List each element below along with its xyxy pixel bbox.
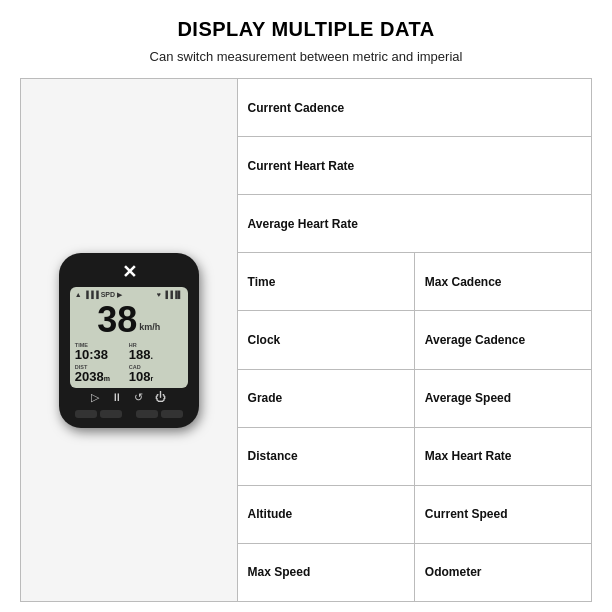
device-buttons xyxy=(67,410,191,418)
table-row: Max Speed Odometer xyxy=(238,544,591,601)
table-row: Average Heart Rate xyxy=(238,195,591,253)
table-row: Current Cadence xyxy=(238,79,591,137)
power-ctrl-icon: ⏻ xyxy=(155,391,166,404)
table-row: Distance Max Heart Rate xyxy=(238,428,591,486)
hr-value: 188. xyxy=(129,348,183,361)
cell-current-cadence: Current Cadence xyxy=(238,79,591,136)
table-row: Grade Average Speed xyxy=(238,370,591,428)
cell-grade: Grade xyxy=(238,370,415,427)
hr-cell: HR 188. xyxy=(129,342,183,361)
page: DISPLAY MULTIPLE DATA Can switch measure… xyxy=(0,0,612,612)
screen-speed: 38 km/h xyxy=(75,302,183,338)
btn-2[interactable] xyxy=(100,410,122,418)
spd-label: SPD xyxy=(101,291,115,298)
page-subtitle: Can switch measurement between metric an… xyxy=(150,49,463,64)
device-controls: ▷ ⏸ ↺ ⏻ xyxy=(91,391,166,404)
cell-current-heart-rate: Current Heart Rate xyxy=(238,137,591,194)
cell-max-heart-rate: Max Heart Rate xyxy=(415,428,591,485)
device-screen: ▲ ▐▐▐ SPD ▶ ♥ ▐▐▐▌ 38 km/h xyxy=(70,287,188,388)
cell-average-heart-rate: Average Heart Rate xyxy=(238,195,591,252)
table-row: Time Max Cadence xyxy=(238,253,591,311)
cell-clock: Clock xyxy=(238,311,415,368)
right-buttons xyxy=(136,410,183,418)
speed-value: 38 xyxy=(97,302,137,338)
table-row: Clock Average Cadence xyxy=(238,311,591,369)
dist-value: 2038m xyxy=(75,370,129,383)
screen-top-bar: ▲ ▐▐▐ SPD ▶ ♥ ▐▐▐▌ xyxy=(75,291,183,299)
cad-value: 108r xyxy=(129,370,183,383)
page-title: DISPLAY MULTIPLE DATA xyxy=(177,18,434,41)
pause-ctrl-icon: ⏸ xyxy=(111,391,122,404)
screen-mid: TIME 10:38 HR 188. xyxy=(75,342,183,361)
device: ✕ ▲ ▐▐▐ SPD ▶ ♥ ▐▐▐▌ xyxy=(59,253,199,428)
table-row: Altitude Current Speed xyxy=(238,486,591,544)
refresh-ctrl-icon: ↺ xyxy=(134,391,143,404)
play-ctrl-icon: ▷ xyxy=(91,391,99,404)
cell-distance: Distance xyxy=(238,428,415,485)
cell-current-speed: Current Speed xyxy=(415,486,591,543)
cell-time: Time xyxy=(238,253,415,310)
screen-status-left: ▲ ▐▐▐ SPD ▶ xyxy=(75,291,122,299)
time-cell: TIME 10:38 xyxy=(75,342,129,361)
speed-unit: km/h xyxy=(139,323,160,332)
btn-3[interactable] xyxy=(136,410,158,418)
cell-average-speed: Average Speed xyxy=(415,370,591,427)
cell-average-cadence: Average Cadence xyxy=(415,311,591,368)
left-buttons xyxy=(75,410,122,418)
gps-icon: ▲ xyxy=(75,291,82,298)
battery-icon: ▐▐▐▌ xyxy=(163,291,183,298)
dist-cell: DIST 2038m xyxy=(75,364,129,383)
play-icon: ▶ xyxy=(117,291,122,299)
signal-icon: ▐▐▐ xyxy=(84,291,99,298)
time-value: 10:38 xyxy=(75,348,129,361)
cad-cell: CAD 108r xyxy=(129,364,183,383)
heart-icon: ♥ xyxy=(157,291,161,298)
cell-odometer: Odometer xyxy=(415,544,591,601)
device-logo: ✕ xyxy=(122,261,136,283)
content-row: ✕ ▲ ▐▐▐ SPD ▶ ♥ ▐▐▐▌ xyxy=(20,78,592,602)
btn-4[interactable] xyxy=(161,410,183,418)
table-row: Current Heart Rate xyxy=(238,137,591,195)
device-panel: ✕ ▲ ▐▐▐ SPD ▶ ♥ ▐▐▐▌ xyxy=(21,79,238,601)
cell-altitude: Altitude xyxy=(238,486,415,543)
data-table: Current Cadence Current Heart Rate Avera… xyxy=(238,79,591,601)
screen-status-right: ♥ ▐▐▐▌ xyxy=(157,291,183,298)
cell-max-speed: Max Speed xyxy=(238,544,415,601)
cell-max-cadence: Max Cadence xyxy=(415,253,591,310)
screen-bottom: DIST 2038m CAD 108r xyxy=(75,364,183,383)
btn-1[interactable] xyxy=(75,410,97,418)
